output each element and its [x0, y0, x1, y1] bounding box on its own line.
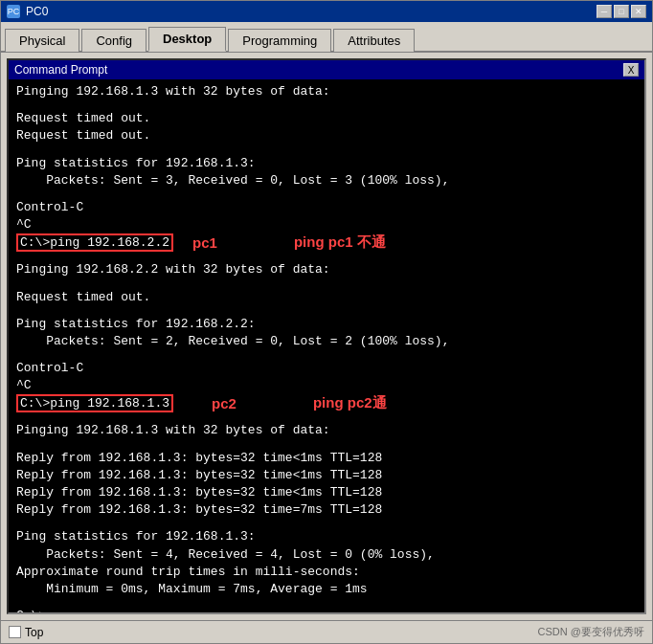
- ping1-cmd-row: C:\>ping 192.168.2.2 pc1 ping pc1 不通: [16, 233, 637, 252]
- tab-desktop[interactable]: Desktop: [148, 27, 226, 52]
- bottom-bar: Top CSDN @要变得优秀呀: [1, 620, 652, 643]
- cmd-window: Command Prompt X Pinging 192.168.1.3 wit…: [7, 58, 646, 614]
- line-prompt-end: C:\>: [16, 608, 637, 612]
- ping2-cmd-box: C:\>ping 192.168.1.3: [16, 394, 173, 412]
- line-caret-1: ^C: [16, 216, 637, 233]
- line-stats-3: Ping statistics for 192.168.1.3:: [16, 528, 637, 545]
- line-ping-header: Pinging 192.168.1.3 with 32 bytes of dat…: [16, 83, 637, 100]
- line-empty-8: [16, 412, 637, 422]
- line-ping3-header: Pinging 192.168.1.3 with 32 bytes of dat…: [16, 422, 637, 439]
- main-content: Command Prompt X Pinging 192.168.1.3 wit…: [1, 53, 652, 620]
- window-title: PC0: [26, 5, 48, 18]
- line-packets-2: Packets: Sent = 2, Received = 0, Lost = …: [16, 333, 637, 350]
- ping2-cmd-row: C:\>ping 192.168.1.3 pc2 ping pc2通: [16, 394, 637, 412]
- tab-programming[interactable]: Programming: [228, 29, 331, 52]
- title-bar-controls: ─ □ ✕: [597, 5, 646, 18]
- tab-config[interactable]: Config: [81, 29, 146, 52]
- top-checkbox[interactable]: [9, 626, 21, 638]
- tabs-bar: Physical Config Desktop Programming Attr…: [1, 22, 652, 53]
- line-caret-2: ^C: [16, 377, 637, 394]
- title-bar-left: PC PC0: [7, 5, 48, 18]
- cmd-title: Command Prompt: [14, 63, 107, 77]
- line-stats-2: Ping statistics for 192.168.2.2:: [16, 316, 637, 333]
- line-packets-3: Packets: Sent = 4, Received = 4, Lost = …: [16, 546, 637, 564]
- ping1-cmd-box: C:\>ping 192.168.2.2: [16, 233, 173, 252]
- line-reply-4: Reply from 192.168.1.3: bytes=32 time=7m…: [16, 501, 637, 519]
- line-empty-10: [16, 519, 637, 528]
- line-empty-1: [16, 100, 637, 110]
- line-reply-2: Reply from 192.168.1.3: bytes=32 time<1m…: [16, 467, 637, 484]
- ping1-annotation: pc1: [192, 234, 217, 251]
- cmd-close-button[interactable]: X: [623, 63, 639, 77]
- line-stats-1: Ping statistics for 192.168.1.3:: [16, 155, 637, 172]
- pc-icon: PC: [7, 5, 20, 18]
- watermark: CSDN @要变得优秀呀: [538, 625, 644, 639]
- line-empty-2: [16, 145, 637, 155]
- ping2-side-annotation: ping pc2通: [313, 394, 387, 412]
- cmd-title-bar: Command Prompt X: [9, 60, 644, 79]
- line-timeout-3: Request timed out.: [16, 289, 637, 306]
- tab-attributes[interactable]: Attributes: [333, 29, 415, 52]
- line-reply-3: Reply from 192.168.1.3: bytes=32 time<1m…: [16, 484, 637, 501]
- line-ping2-header: Pinging 192.168.2.2 with 32 bytes of dat…: [16, 261, 637, 278]
- line-empty-3: [16, 189, 637, 199]
- line-empty-6: [16, 306, 637, 316]
- top-label: Top: [25, 626, 43, 639]
- minimize-button[interactable]: ─: [597, 5, 612, 18]
- line-empty-5: [16, 279, 637, 289]
- line-reply-1: Reply from 192.168.1.3: bytes=32 time<1m…: [16, 450, 637, 467]
- line-ctrlc-1: Control-C: [16, 199, 637, 216]
- maximize-button[interactable]: □: [614, 5, 629, 18]
- line-packets-1: Packets: Sent = 3, Received = 0, Lost = …: [16, 172, 637, 189]
- cmd-body[interactable]: Pinging 192.168.1.3 with 32 bytes of dat…: [9, 79, 644, 612]
- line-timeout-1: Request timed out.: [16, 110, 637, 127]
- close-button[interactable]: ✕: [631, 5, 646, 18]
- line-approx: Approximate round trip times in milli-se…: [16, 564, 637, 581]
- line-timeout-2: Request timed out.: [16, 127, 637, 144]
- line-empty-4: [16, 252, 637, 261]
- ping1-side-annotation: ping pc1 不通: [294, 233, 386, 252]
- line-empty-7: [16, 350, 637, 360]
- line-minmax: Minimum = 0ms, Maximum = 7ms, Average = …: [16, 581, 637, 598]
- line-empty-11: [16, 598, 637, 608]
- bottom-left: Top: [9, 626, 43, 639]
- ping2-annotation: pc2: [212, 395, 236, 411]
- line-ctrlc-2: Control-C: [16, 360, 637, 377]
- title-bar: PC PC0 ─ □ ✕: [1, 1, 652, 22]
- main-window: PC PC0 ─ □ ✕ Physical Config Desktop Pro…: [0, 0, 653, 644]
- tab-physical[interactable]: Physical: [5, 29, 79, 52]
- line-empty-9: [16, 440, 637, 450]
